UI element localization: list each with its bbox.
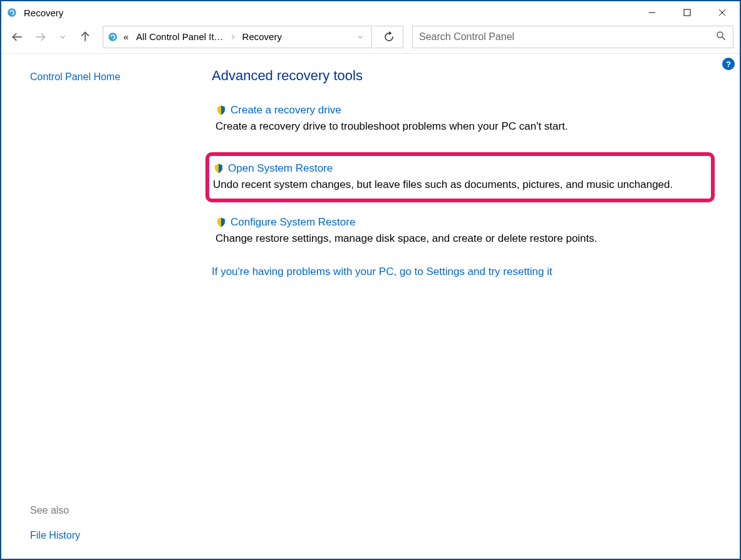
tool-configure-system-restore: Configure System Restore Change restore … — [212, 215, 715, 248]
help-button[interactable]: ? — [722, 58, 735, 70]
back-button[interactable] — [8, 27, 28, 47]
address-dropdown-button[interactable] — [351, 33, 369, 41]
main-content: ? Advanced recovery tools Create a recov… — [202, 54, 740, 559]
address-bar[interactable]: « All Control Panel It… Recovery — [103, 26, 372, 48]
recovery-app-icon — [6, 6, 19, 19]
search-icon[interactable] — [715, 30, 727, 43]
tool-open-system-restore: Open System Restore Undo recent system c… — [205, 152, 715, 203]
breadcrumb-seg-2[interactable]: Recovery — [239, 26, 286, 48]
breadcrumb-seg-1[interactable]: All Control Panel It… — [132, 26, 227, 48]
control-panel-home-link[interactable]: Control Panel Home — [30, 71, 202, 83]
create-recovery-drive-link[interactable]: Create a recovery drive — [231, 104, 341, 117]
breadcrumb-chevron-icon[interactable] — [227, 34, 239, 40]
search-box[interactable] — [412, 26, 733, 48]
open-system-restore-link[interactable]: Open System Restore — [228, 162, 333, 175]
maximize-button[interactable] — [670, 1, 705, 24]
svg-line-12 — [722, 37, 725, 40]
minimize-button[interactable] — [635, 1, 670, 24]
file-history-link[interactable]: File History — [30, 530, 202, 541]
configure-system-restore-desc: Change restore settings, manage disk spa… — [215, 231, 711, 247]
page-heading: Advanced recovery tools — [212, 68, 715, 84]
window-title: Recovery — [24, 8, 63, 18]
titlebar: Recovery — [1, 1, 740, 24]
see-also-label: See also — [30, 505, 202, 516]
up-button[interactable] — [75, 27, 95, 47]
shield-icon — [215, 105, 227, 116]
location-icon — [106, 31, 120, 43]
close-button[interactable] — [705, 1, 740, 24]
shield-icon — [215, 217, 227, 228]
forward-button[interactable] — [30, 27, 50, 47]
recent-locations-button[interactable] — [53, 27, 73, 47]
create-recovery-drive-desc: Create a recovery drive to troubleshoot … — [215, 119, 711, 135]
search-input[interactable] — [419, 31, 715, 43]
svg-point-11 — [717, 32, 723, 38]
sidebar: Control Panel Home See also File History — [1, 54, 202, 559]
configure-system-restore-link[interactable]: Configure System Restore — [231, 216, 355, 229]
tool-create-recovery-drive: Create a recovery drive Create a recover… — [212, 103, 715, 136]
reset-pc-link[interactable]: If you're having problems with your PC, … — [212, 266, 715, 278]
window-controls — [635, 1, 740, 24]
shield-icon — [213, 163, 224, 174]
toolbar: « All Control Panel It… Recovery — [1, 24, 740, 54]
svg-rect-3 — [684, 9, 690, 16]
refresh-button[interactable] — [375, 26, 403, 48]
open-system-restore-desc: Undo recent system changes, but leave fi… — [213, 177, 706, 193]
breadcrumb-overflow[interactable]: « — [120, 26, 132, 48]
